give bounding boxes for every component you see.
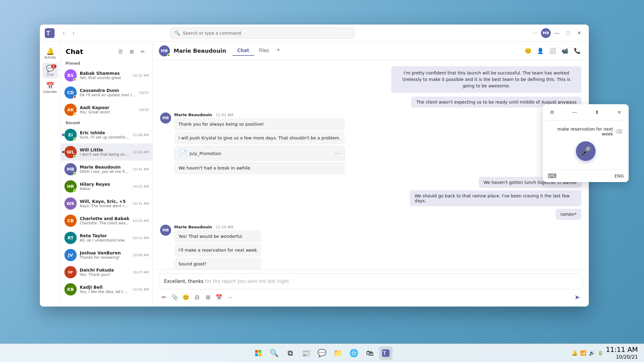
filter-button[interactable]: ☰ xyxy=(116,47,125,56)
chat-item-charlotte[interactable]: CB Charlotte and Babak Charlotte: The cl… xyxy=(61,212,152,229)
taskbar-teams-button[interactable]: T xyxy=(379,346,393,360)
chat-item-babak[interactable]: BS Babak Shammas Yah, that sounds great … xyxy=(61,67,152,84)
message-avatar-marie-2: MB xyxy=(160,225,171,236)
participants-button[interactable]: 👤 xyxy=(535,45,546,56)
tab-files[interactable]: Files xyxy=(254,46,274,56)
avatar-will: WL xyxy=(64,146,77,158)
edit-avatar-button[interactable]: ⊞ xyxy=(127,47,136,56)
chat-list-header: Chat ☰ ⊞ ✏ xyxy=(61,42,152,59)
avatar-cassandra: CD xyxy=(64,86,77,99)
message-avatar-marie-1: MB xyxy=(160,112,171,124)
chat-preview-will: I don't see that being an issue, can tak… xyxy=(80,152,130,157)
taskbar-chat-button[interactable]: 💬 xyxy=(315,346,329,360)
more-options-button[interactable]: ··· xyxy=(530,28,540,38)
chat-name-hilary: Hilary Reyes xyxy=(80,182,130,187)
voice-close-button[interactable]: ✕ xyxy=(615,108,624,116)
attach-button[interactable]: 📎 xyxy=(170,292,180,302)
sidebar-item-chat[interactable]: 💬 Chat 2 xyxy=(42,63,58,78)
chat-item-hilary[interactable]: HR Hilary Reyes Haha! 10:22 AM xyxy=(61,178,152,195)
emoji-input-button[interactable]: 😊 xyxy=(181,292,191,302)
message-time-marie-2: 11:10 AM xyxy=(216,225,233,229)
taskbar-edge-button[interactable]: 🌐 xyxy=(347,346,361,360)
forward-button[interactable]: › xyxy=(69,29,78,37)
svg-rect-3 xyxy=(259,350,261,353)
taskbar-widgets-button[interactable]: 📰 xyxy=(299,346,313,360)
chat-item-will-group[interactable]: WK Will, Kayo, Eric, +5 Kayo: The review… xyxy=(61,195,152,212)
taskbar-taskview-button[interactable]: ⧉ xyxy=(283,346,297,360)
schedule-button[interactable]: 📅 xyxy=(214,292,224,302)
chat-preview-kadji: You: I like the idea, let's pitch it! xyxy=(80,290,130,294)
taskbar-start-button[interactable] xyxy=(251,346,265,360)
voice-backspace-button[interactable]: ⌫ xyxy=(615,129,623,135)
message-bubble-7b: I'll make a reservation for next week xyxy=(174,244,261,257)
taskbar-date-display: 10/20/21 xyxy=(606,354,638,360)
user-avatar[interactable]: MB xyxy=(541,28,551,38)
svg-rect-5 xyxy=(259,353,261,356)
avatar-eric: EI xyxy=(64,129,77,141)
microphone-button[interactable]: 🎤 xyxy=(576,141,596,161)
send-button[interactable]: ➤ xyxy=(572,292,583,303)
unread-dot-will xyxy=(62,151,64,153)
add-tab-button[interactable]: + xyxy=(274,46,282,55)
taskbar-explorer-button[interactable]: 📁 xyxy=(331,346,345,360)
chat-item-kadji[interactable]: KB Kadji Bell You: I like the idea, let'… xyxy=(61,281,152,298)
maximize-button[interactable]: □ xyxy=(563,28,573,38)
tab-chat[interactable]: Chat xyxy=(232,46,254,56)
chat-item-marie[interactable]: MB Marie Beaudouin Ohhh I see, yes let m… xyxy=(61,161,152,178)
chat-header-avatar: MB xyxy=(159,45,170,56)
chat-item-joshua[interactable]: JV Joshua VanBuren Thanks for reviewing!… xyxy=(61,246,152,264)
sidebar-item-calendar[interactable]: 📅 Calendar xyxy=(42,80,58,96)
status-dot-babak xyxy=(73,78,76,81)
message-content-marie-2: Marie Beaudouin 11:10 AM Yes! That would… xyxy=(174,225,261,269)
chat-name-marie: Marie Beaudouin xyxy=(80,165,130,170)
chat-info-reta: Reta Taylor Ah, ok I understand now. xyxy=(80,233,130,242)
taskbar-search-button[interactable]: 🔍 xyxy=(267,346,281,360)
chat-item-cassandra[interactable]: CD Cassandra Dunn Ok I'll send an update… xyxy=(61,84,152,101)
emoji-button[interactable]: 😊 xyxy=(523,45,534,56)
chat-preview-babak: Yah, that sounds great xyxy=(80,76,130,80)
taskbar-store-button[interactable]: 🛍 xyxy=(363,346,377,360)
more-input-button[interactable]: ··· xyxy=(225,292,235,302)
taskbar-volume-icon: 🔊 xyxy=(589,350,595,356)
taskbar-clock[interactable]: 11:11 AM 10/20/21 xyxy=(606,345,638,360)
call-button[interactable]: 📞 xyxy=(572,45,583,56)
keyboard-switch-button[interactable]: ⌨ xyxy=(548,172,557,180)
chat-item-eric[interactable]: EI Eric Ishida Sure, I'll set up somethi… xyxy=(61,126,152,143)
activity-icon: 🔔 xyxy=(46,48,54,55)
avatar-joshua: JV xyxy=(64,249,77,261)
chat-item-daichi[interactable]: DF Daichi Fukuda You: Thank you!! 10:07 … xyxy=(61,264,152,281)
avatar-hilary: HR xyxy=(64,180,77,192)
file-word-icon: 📄 xyxy=(179,150,187,157)
message-input-area: Excellent, thanks for the report you sen… xyxy=(153,269,589,307)
chat-item-aadi[interactable]: AK Aadi Kapoor You: Great work! 10/10 xyxy=(61,101,152,118)
share-screen-button[interactable]: ⬜ xyxy=(547,45,558,56)
search-bar[interactable]: 🔍 Search or type a command xyxy=(171,28,355,39)
gif-button[interactable]: ⊟ xyxy=(192,292,202,302)
sidebar-item-activity[interactable]: 🔔 Activity xyxy=(42,45,58,61)
chat-preview-eric: Sure, I'll set up something for next wee… xyxy=(80,135,130,139)
chat-preview-hilary: Haha! xyxy=(80,187,130,191)
voice-minimize-button[interactable]: — xyxy=(570,108,579,116)
back-button[interactable]: ‹ xyxy=(59,29,68,37)
sticker-button[interactable]: ⊞ xyxy=(203,292,213,302)
message-input-text[interactable]: Excellent, thanks for the report you sen… xyxy=(164,279,577,284)
file-more-button[interactable]: ··· xyxy=(335,150,340,157)
messages-area[interactable]: I'm pretty confident that this launch wi… xyxy=(153,60,589,269)
message-input-box[interactable]: Excellent, thanks for the report you sen… xyxy=(159,273,583,289)
chat-info-aadi: Aadi Kapoor You: Great work! xyxy=(80,105,136,114)
chat-item-reta[interactable]: RT Reta Taylor Ah, ok I understand now. … xyxy=(61,229,152,246)
chat-name-will: Will Little xyxy=(80,147,130,152)
new-chat-button[interactable]: ✏ xyxy=(138,47,148,56)
format-button[interactable]: ✏ xyxy=(159,292,169,302)
voice-popup-body: make reservation for next week ⌫ 🎤 xyxy=(543,120,629,170)
message-file-attachment[interactable]: 📄 July_Promotion ··· xyxy=(174,146,345,161)
close-button[interactable]: ✕ xyxy=(574,28,584,38)
chat-item-will[interactable]: WL Will Little I don't see that being an… xyxy=(61,143,152,161)
voice-popup: ⚙ — ⬆ ✕ make reservation for next week ⌫… xyxy=(543,104,629,182)
voice-upload-button[interactable]: ⬆ xyxy=(593,108,601,116)
message-content-marie-1: Marie Beaudouin 11:01 AM Thank you for a… xyxy=(174,112,345,174)
chat-header-name: Marie Beaudouin xyxy=(174,48,226,54)
video-button[interactable]: 📹 xyxy=(559,45,570,56)
minimize-button[interactable]: — xyxy=(552,28,562,38)
voice-settings-button[interactable]: ⚙ xyxy=(548,108,556,116)
